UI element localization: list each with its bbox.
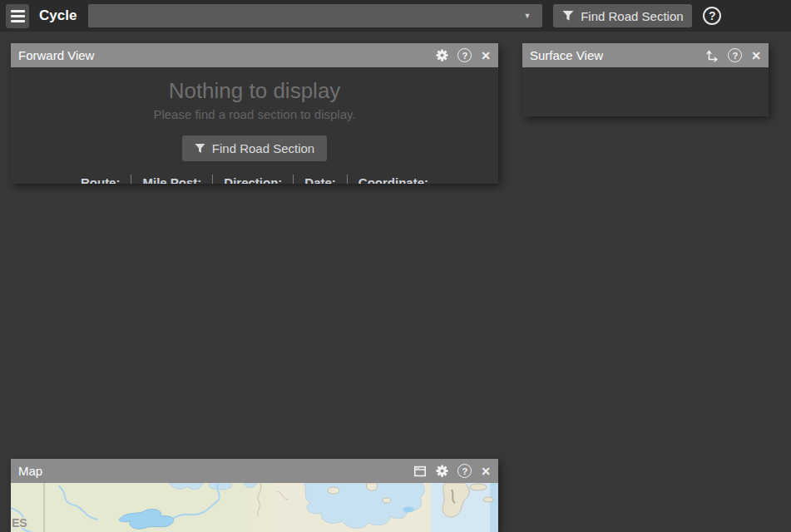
- find-road-section-button[interactable]: Find Road Section: [182, 135, 327, 161]
- help-icon[interactable]: ?: [728, 48, 742, 62]
- hamburger-icon: [11, 10, 25, 12]
- axes-icon[interactable]: [705, 49, 719, 62]
- forward-view-panel: Forward View ? ✕ Nothing to display: [11, 43, 498, 184]
- help-icon[interactable]: ?: [457, 464, 472, 478]
- map-place-label: ES: [12, 516, 27, 530]
- map-panel: Map: [11, 459, 498, 532]
- filter-icon: [195, 143, 205, 154]
- cycle-label: Cycle: [39, 7, 77, 24]
- panel-title: Surface View: [530, 48, 705, 62]
- close-icon[interactable]: ✕: [481, 466, 491, 477]
- help-icon[interactable]: ?: [457, 48, 472, 62]
- surface-view-panel: Surface View ? ✕: [522, 43, 769, 116]
- direction-label: Direction:: [212, 175, 293, 184]
- map-header[interactable]: Map: [11, 459, 498, 483]
- cycle-dropdown[interactable]: ▼: [88, 4, 542, 27]
- close-icon[interactable]: ✕: [481, 50, 491, 62]
- toolbar: Cycle ▼ Find Road Section ?: [0, 0, 791, 32]
- map-canvas[interactable]: ES: [11, 483, 498, 532]
- surface-view-content: [522, 67, 769, 116]
- date-label: Date:: [293, 175, 347, 184]
- find-road-section-button[interactable]: Find Road Section: [553, 4, 692, 27]
- find-road-section-label: Find Road Section: [212, 141, 314, 155]
- panel-title: Map: [18, 464, 413, 478]
- gear-icon[interactable]: [436, 465, 448, 477]
- chevron-down-icon: ▼: [523, 12, 542, 20]
- surface-view-header[interactable]: Surface View ? ✕: [522, 43, 769, 67]
- filter-icon: [562, 10, 574, 22]
- close-icon[interactable]: ✕: [751, 50, 761, 62]
- window-icon[interactable]: [413, 465, 427, 478]
- empty-state-subtitle: Please find a road section to display.: [11, 107, 498, 121]
- panel-title: Forward View: [18, 48, 436, 62]
- find-road-section-label: Find Road Section: [581, 9, 683, 23]
- route-label: Route:: [70, 175, 131, 184]
- menu-button[interactable]: [6, 4, 29, 28]
- help-icon[interactable]: ?: [703, 7, 721, 25]
- map-image: ES: [11, 483, 498, 532]
- empty-state-title: Nothing to display: [11, 78, 498, 104]
- forward-view-header[interactable]: Forward View ? ✕: [11, 43, 498, 67]
- forward-view-content: Nothing to display Please find a road se…: [11, 67, 498, 184]
- road-info-bar: Route: Mile Post: Direction: Date: Coord…: [11, 175, 498, 184]
- mile-post-label: Mile Post:: [131, 175, 212, 184]
- coordinate-label: Coordinate:: [347, 175, 439, 184]
- gear-icon[interactable]: [436, 49, 448, 62]
